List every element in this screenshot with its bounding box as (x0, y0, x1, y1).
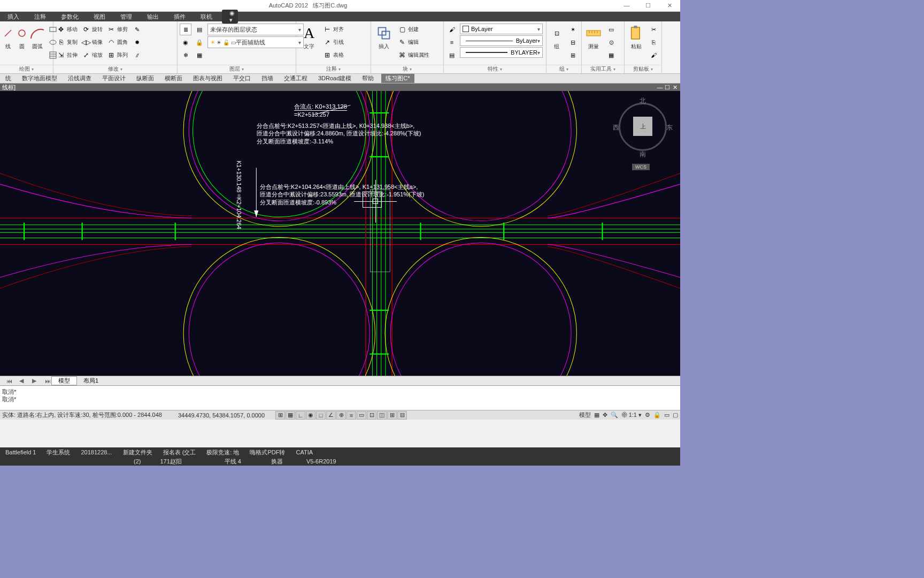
rotate-button[interactable]: ⟳旋转 (81, 24, 104, 35)
match-icon[interactable]: 🖌 (648, 49, 659, 61)
draw-close-icon[interactable]: ✕ (672, 84, 678, 91)
group-edit-icon[interactable]: ⊟ (567, 36, 579, 48)
match-prop-icon[interactable]: 🖌 (446, 24, 458, 35)
taskbar-item[interactable]: 报名表 (交工 (158, 448, 202, 457)
linetype-dropdown[interactable]: ByLayer (460, 35, 543, 46)
viewcube[interactable]: 上 北 南 西 东 WCS (616, 96, 669, 161)
secmenu-item[interactable]: 平面设计 (97, 74, 131, 82)
layer-lock-icon[interactable]: 🔒 (194, 36, 205, 48)
secmenu-item[interactable]: 图表与视图 (188, 74, 228, 82)
layer-match-icon[interactable]: ▦ (194, 49, 205, 61)
erase-icon[interactable]: ✎ (131, 24, 143, 35)
osnap-toggle[interactable]: □ (316, 411, 326, 420)
secmenu-item[interactable]: 横断面 (159, 74, 188, 82)
viewcube-top[interactable]: 上 (633, 117, 652, 136)
explode-icon[interactable]: ✹ (131, 36, 143, 48)
align-button[interactable]: ⊢对齐 (322, 24, 345, 35)
lwt-toggle[interactable]: ≡ (346, 411, 356, 420)
annotation-scale[interactable]: 🞋 1:1 ▾ (621, 412, 642, 419)
insert-button[interactable]: 插入 (372, 22, 396, 64)
taskbar-item[interactable]: 新建文件夹 (118, 448, 158, 457)
window-maximize[interactable]: ☐ (637, 2, 659, 9)
draw-max-icon[interactable]: ☐ (664, 84, 671, 91)
viewcube-west[interactable]: 西 (613, 123, 619, 132)
secmenu-item[interactable]: 挡墙 (256, 74, 279, 82)
status-ws-icon[interactable]: ⚙ (645, 412, 650, 419)
polar-toggle[interactable]: ◉ (306, 411, 315, 420)
tab-annotate[interactable]: 注释 (27, 13, 53, 21)
dyn-toggle[interactable]: ⊕ (336, 411, 346, 420)
tab-model[interactable]: 模型 (51, 376, 77, 385)
viewcube-east[interactable]: 东 (666, 123, 673, 132)
group-sel-icon[interactable]: ⊞ (567, 49, 579, 61)
scale-button[interactable]: ⤢缩放 (81, 49, 104, 61)
viewcube-wcs[interactable]: WCS (632, 164, 650, 170)
layer-off-icon[interactable]: ◉ (180, 36, 191, 48)
taskbar-item[interactable]: 学生系统 (41, 448, 75, 457)
prop-list-icon[interactable]: ≡ (446, 36, 458, 48)
am-toggle[interactable]: ◫ (377, 411, 387, 420)
secmenu-item[interactable]: 帮助 (357, 74, 379, 82)
secmenu-item[interactable]: 统 (0, 74, 17, 82)
tm-toggle[interactable]: ⊞ (387, 411, 397, 420)
cut-icon[interactable]: ✂ (648, 24, 659, 35)
taskbar-item[interactable]: CATIA (290, 449, 318, 455)
status-model-space[interactable]: 模型 (579, 411, 591, 419)
layer-iso-icon[interactable]: ▤ (194, 24, 205, 35)
secmenu-item[interactable]: 平交口 (228, 74, 256, 82)
taskbar-item[interactable]: 极限竞速: 地 (201, 448, 244, 457)
tab-first-icon[interactable]: ⏮ (0, 378, 13, 384)
window-minimize[interactable]: — (616, 2, 637, 9)
edit-block-button[interactable]: ✎编辑 (397, 36, 430, 48)
secmenu-item[interactable]: 沿线调查 (63, 74, 97, 82)
status-lock-icon[interactable]: 🔒 (653, 412, 661, 419)
layer-current-dropdown[interactable]: ☀☀ 🔓 ▭ 平面辅助线 (207, 36, 304, 48)
qselect-icon[interactable]: ⊙ (605, 36, 617, 48)
qp-toggle[interactable]: ▭ (357, 411, 366, 420)
status-pan-icon[interactable]: ✥ (603, 412, 607, 419)
taskbar-item[interactable]: Battlefield 1 (0, 449, 41, 455)
offset-icon[interactable]: ⫽ (131, 49, 143, 61)
tab-output[interactable]: 输出 (140, 13, 166, 21)
otrack-toggle[interactable]: ∠ (326, 411, 336, 420)
secmenu-item[interactable]: 交通工程 (279, 74, 313, 82)
stretch-button[interactable]: ⇲拉伸 (56, 49, 79, 61)
viewcube-south[interactable]: 南 (640, 150, 646, 159)
secmenu-item[interactable]: 纵断面 (131, 74, 159, 82)
measure-button[interactable]: 测量 (583, 22, 604, 64)
tab-view[interactable]: 视图 (86, 13, 113, 21)
layer-properties-icon[interactable]: ≣ (180, 24, 191, 35)
layer-freeze-icon[interactable]: ❄ (180, 49, 191, 61)
tab-next-icon[interactable]: ▶ (26, 377, 38, 384)
status-zoom-icon[interactable]: 🔍 (611, 412, 618, 419)
tab-layout1[interactable]: 布局1 (77, 377, 105, 385)
secmenu-item[interactable]: 数字地面模型 (17, 74, 63, 82)
tab-plugins[interactable]: 插件 (166, 13, 193, 21)
lineweight-dropdown[interactable]: BYLAYER (460, 47, 543, 58)
text-button[interactable]: A 文字 (297, 22, 321, 64)
tab-last-icon[interactable]: ⏭ (38, 378, 51, 384)
move-button[interactable]: ✥移动 (56, 24, 79, 35)
mirror-button[interactable]: ◁▷镜像 (81, 36, 104, 48)
status-clean-icon[interactable]: ▢ (673, 412, 678, 419)
ortho-toggle[interactable]: ∟ (296, 411, 305, 420)
taskbar-item[interactable]: 嗨格式PDF转 (244, 448, 290, 457)
grid-toggle[interactable]: ▦ (286, 411, 295, 420)
edit-attr-button[interactable]: ⌘编辑属性 (397, 49, 430, 61)
leader-button[interactable]: ↗引线 (322, 36, 345, 48)
trim-button[interactable]: ✂修剪 (106, 24, 129, 35)
prop-palette-icon[interactable]: ▤ (446, 49, 458, 61)
fillet-button[interactable]: ◠圆角 (106, 36, 129, 48)
create-block-button[interactable]: ▢创建 (397, 24, 430, 35)
taskbar-item[interactable]: 20181228... (75, 449, 117, 455)
doc-tab[interactable]: 练习图C* (381, 74, 414, 83)
group-button[interactable]: ⊡组 (548, 22, 566, 64)
sc-toggle[interactable]: ⊡ (367, 411, 376, 420)
array-button[interactable]: ⊞阵列 (106, 49, 129, 61)
tab-insert[interactable]: 插入 (0, 13, 27, 21)
draw-min-icon[interactable]: — (657, 84, 663, 91)
calc-icon[interactable]: ▦ (605, 49, 617, 61)
copy-clip-icon[interactable]: ⎘ (648, 36, 659, 48)
tab-online[interactable]: 联机 (193, 13, 220, 21)
status-grid-icon[interactable]: ▦ (594, 412, 599, 419)
